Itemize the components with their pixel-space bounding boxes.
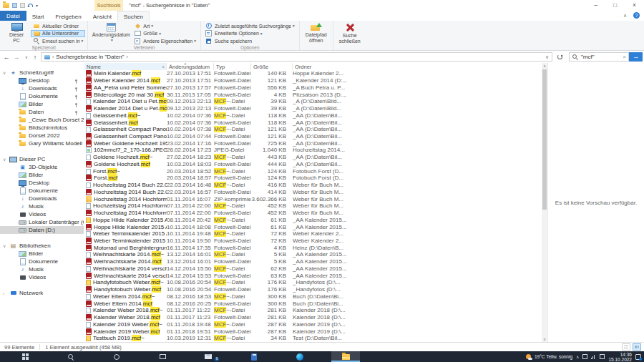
chevron-collapsed-icon[interactable]: › (3, 291, 9, 295)
file-row[interactable]: Hoppe Hilde Kalender 2015 A3 Termink...1… (84, 223, 542, 230)
file-row[interactable]: Hochzeitstag 2014 Hochformat_mcf-D...01.… (84, 195, 542, 202)
clear-search-icon[interactable]: × (623, 54, 626, 60)
sidebar-section-netzwerk[interactable]: ›Netzwerk (0, 289, 84, 297)
file-row[interactable]: Weihnachtskarte 2014 verschieden.mcf~14.… (84, 265, 542, 273)
chevron-expanded-icon[interactable]: ∨ (3, 243, 9, 248)
address-dropdown-icon[interactable]: ∨ (545, 54, 549, 60)
dieser-pc-button[interactable]: Dieser PC (2, 21, 31, 43)
file-row[interactable]: Goldene Hochzeit.mcf~27.02.2014 18:23MCF… (84, 154, 542, 161)
weather-text[interactable]: 19°C Teilw. sonnig (535, 354, 572, 359)
file-row[interactable]: Kalender 2019 Weber.mcf01.11.2018 19:51F… (84, 328, 542, 335)
up-button[interactable]: ↑ (30, 51, 40, 63)
sidebar-item-daten[interactable]: Daten (0, 108, 84, 116)
dateipfad-oeffnen-button[interactable]: Dateipfad öffnen (302, 21, 331, 43)
file-row[interactable]: Gelassenheit Compact Panorama.mcf10.02.2… (84, 133, 542, 140)
back-button[interactable]: ← (1, 51, 11, 63)
edge-button[interactable] (286, 351, 314, 362)
file-row[interactable]: Mein Kalender.mcf27.10.2013 17:51Fotowel… (84, 70, 542, 77)
sidebar-item-dokumente[interactable]: Dokumente (0, 258, 84, 265)
file-row[interactable]: Weber Terminkalender 2015 A3.mcf~10.11.2… (84, 230, 542, 238)
file-row[interactable]: Weber Goldene Hochzeit 1954-2014.mcf23.0… (84, 140, 542, 147)
file-row[interactable]: Gelassenheit Compact Panorama.mcf~10.02.… (84, 126, 542, 133)
sidebar-item-dorset-2022[interactable]: Dorset 2022 (0, 132, 84, 140)
file-row[interactable]: Weber Eltern 2014.mcf08.12.2016 20:25Fot… (84, 300, 542, 307)
file-row[interactable]: Weber Kalender 2014.mcf27.10.2013 17:51F… (84, 77, 542, 84)
file-row[interactable]: Handyfotobuch Weber.mcf~10.08.2016 20:54… (84, 279, 542, 286)
list-scrollbar[interactable]: ∧ ∨ (542, 63, 547, 342)
hidden-icons-chevron-icon[interactable]: ∧ (576, 354, 579, 359)
sidebar-item-dokumente[interactable]: Dokumente (0, 187, 84, 195)
breadcrumb[interactable]: Suchergebnisse in "Daten" (56, 54, 124, 60)
file-row[interactable]: Hoppe Hilde Kalender 2015 A3 Termink...0… (84, 216, 542, 223)
groesse-button[interactable]: Größe ▾ (132, 30, 198, 38)
chevron-expanded-icon[interactable]: ∨ (3, 157, 9, 162)
mail-button[interactable]: 6 (194, 351, 223, 362)
customize-toolbar-caret-icon[interactable]: ▾ (36, 3, 38, 8)
file-row[interactable]: Gelassenheit.mcf10.02.2014 07:36Fotowelt… (84, 119, 542, 126)
sidebar-item-gary-williams-modell-engineer-vorl[interactable]: Gary Williams Modell Engineer Vorl (0, 140, 84, 147)
sidebar-item-dokumente[interactable]: Dokumente (0, 92, 84, 100)
scroll-down-icon[interactable]: ∨ (542, 336, 547, 342)
file-row[interactable]: Goldene Hochzeit.mcf10.03.2014 18:03Foto… (84, 161, 542, 168)
file-row[interactable]: 102mmcf7_2_170-166.JPEG26.02.2014 17:23J… (84, 147, 542, 154)
erneut-suchen-button[interactable]: Erneut suchen in ▾ (31, 37, 85, 45)
file-row[interactable]: Weihnachtskarte 2014.mcf13.12.2014 16:01… (84, 258, 542, 265)
taskbar-search-button[interactable] (57, 351, 85, 362)
file-row[interactable]: AA_Petra und Peter Sommer- und Wint...27… (84, 84, 542, 91)
sidebar-section-bibliotheken[interactable]: ∨Bibliotheken (0, 242, 84, 250)
suche-schliessen-button[interactable]: Suche schließen (336, 21, 364, 44)
file-row[interactable]: Kalender 2019 Weber.mcf~01.11.2018 19:48… (84, 321, 542, 328)
letzte-suchvorgaenge-button[interactable]: Zuletzt ausgeführte Suchvorgänge ▾ (203, 22, 297, 30)
file-row[interactable]: Weihnachtskarte 2014.mcf~13.12.2014 16:0… (84, 251, 542, 258)
file-row[interactable]: Hochzeitstag 2014 Buch 22.03.2014.mcf~22… (84, 182, 542, 189)
andere-eigenschaften-button[interactable]: Andere Eigenschaften ▾ (132, 37, 198, 45)
thumbnails-view-button[interactable] (633, 343, 641, 351)
file-row[interactable]: Weihnachtskarte 2014 verschieden.mcf14.1… (84, 272, 542, 279)
details-view-button[interactable] (622, 343, 630, 351)
file-row[interactable]: Handyfotobuch Weber.mcf10.08.2016 20:54F… (84, 286, 542, 293)
sidebar-item-bilder[interactable]: Bilder (0, 250, 84, 258)
sidebar-item-lokaler-datentr-ger-c[interactable]: Lokaler Datenträger (C:) (0, 218, 84, 226)
tab-datei[interactable]: Datei (0, 11, 26, 21)
keyboard-tray-icon[interactable] (600, 354, 605, 359)
file-row[interactable]: Hochzeitstag 2014 Hochformat.mcf~07.11.2… (84, 202, 542, 210)
art-button[interactable]: Art ▾ (132, 22, 198, 30)
network-tray-icon[interactable] (591, 354, 596, 359)
filter-chevron-icon[interactable]: ∨ (162, 64, 165, 69)
sidebar-item-desktop[interactable]: Desktop (0, 77, 84, 84)
sidebar-item-musik[interactable]: Musik (0, 265, 84, 273)
notification-center-icon[interactable] (635, 354, 641, 360)
scrollbar-thumb[interactable] (542, 69, 547, 210)
new-folder-icon[interactable] (20, 3, 25, 8)
sidebar-section-schnellzugriff[interactable]: ∨Schnellzugriff (0, 69, 84, 77)
minimize-button[interactable]: – (586, 0, 605, 11)
taskbar-clock[interactable]: 14:36 15.10.2022 (608, 352, 632, 362)
sidebar-item-bildschirmfotos[interactable]: Bildschirmfotos (0, 124, 84, 132)
file-row[interactable]: Forst.mcf~20.03.2014 18:52MCF~-Datei124 … (84, 167, 542, 175)
close-button[interactable]: × (625, 0, 644, 11)
sidebar-item-musik[interactable]: Musik (0, 202, 84, 210)
calculator-button[interactable] (240, 351, 268, 362)
aenderungsdatum-button[interactable]: Änderungsdatum ▾ (90, 21, 132, 43)
sidebar-item-downloads[interactable]: Downloads (0, 195, 84, 202)
address-box[interactable]: › Suchergebnisse in "Daten" › ∨ (41, 52, 552, 62)
sidebar-item-desktop[interactable]: Desktop (0, 179, 84, 187)
file-row[interactable]: Motorrad und Berghintergrund.mcf16.11.20… (84, 244, 542, 251)
undo-icon[interactable] (28, 4, 33, 7)
sidebar-section-dieser-pc[interactable]: ∨Dieser PC (0, 155, 84, 163)
weather-icon[interactable] (526, 354, 531, 359)
task-view-button[interactable] (148, 351, 177, 362)
file-row[interactable]: Weber Eltern 2014.mcf~08.12.2016 18:53MC… (84, 293, 542, 300)
file-row[interactable]: Kalender Weber 2018.mcf~01.11.2017 11:22… (84, 307, 542, 314)
start-button[interactable] (11, 351, 39, 362)
sidebar-item-3d-objekte[interactable]: 3D-Objekte (0, 163, 84, 171)
erweiterte-optionen-button[interactable]: Erweiterte Optionen ▾ (203, 30, 297, 38)
search-input[interactable]: "mcf" × (569, 52, 629, 62)
properties-icon[interactable] (12, 3, 17, 8)
suche-speichern-button[interactable]: Suche speichern (203, 37, 297, 45)
column-header-folder[interactable]: Ordner (293, 63, 542, 70)
sidebar-item-cewe-buch-dorset-2022[interactable]: _Cewe Buch Dorset 2022 (0, 116, 84, 124)
crumb-separator-icon[interactable]: › (126, 54, 127, 59)
column-header-date[interactable]: ∧ Änderungsdatum (167, 63, 214, 70)
sidebar-item-downloads[interactable]: Downloads (0, 84, 84, 92)
